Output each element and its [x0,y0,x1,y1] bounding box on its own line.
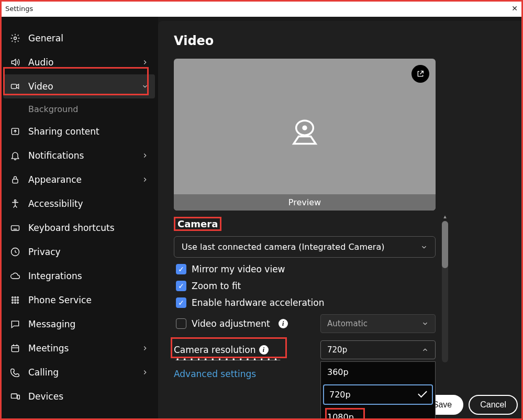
camera-resolution-label: Camera resolution i [174,345,269,355]
svg-point-11 [15,300,16,301]
lock-icon [9,174,21,185]
dialpad-icon [9,294,21,306]
sidebar-item-meetings[interactable]: Meetings [3,336,155,360]
sidebar-item-phone-service[interactable]: Phone Service [3,288,155,312]
sidebar-item-label: Video [28,81,53,92]
svg-rect-1 [12,84,17,89]
svg-rect-17 [12,394,17,398]
calendar-icon [9,342,21,354]
sidebar-item-messaging[interactable]: Messaging [3,312,155,336]
mirror-checkbox-row[interactable]: Mirror my video view [176,264,436,274]
chevron-up-icon [421,346,429,353]
camera-select-dropdown[interactable]: Use last connected camera (Integrated Ca… [174,236,436,258]
video-adjustment-value: Automatic [327,319,368,328]
svg-rect-5 [12,226,19,230]
sidebar-item-label: Meetings [28,343,69,353]
svg-point-20 [302,126,307,130]
popout-button[interactable] [411,65,429,83]
info-icon[interactable]: i [279,319,288,328]
sidebar-item-video[interactable]: Video [3,74,155,98]
sidebar-item-integrations[interactable]: Integrations [3,264,155,288]
sidebar-item-label: Audio [28,57,53,68]
speaker-icon [9,57,21,68]
selfview-row-cutoff: · · · · · · · · · · · · · · · · · i [176,354,281,366]
sidebar-item-audio[interactable]: Audio [3,50,155,74]
svg-point-0 [14,37,17,40]
close-icon[interactable]: ✕ [511,4,518,13]
camera-resolution-dropdown[interactable]: 720p [320,340,436,359]
camera-resolution-value: 720p [327,345,347,355]
checkbox-checked-icon[interactable] [176,297,186,308]
chat-icon [9,318,21,330]
sidebar-item-privacy[interactable]: Privacy [3,240,155,264]
sidebar-item-devices[interactable]: Devices [3,384,155,408]
settings-sidebar: General Audio Video Background Sharing c… [0,17,158,420]
sidebar-item-sharing-content[interactable]: Sharing content [3,119,155,143]
svg-point-9 [17,297,19,299]
zoom-checkbox-row[interactable]: Zoom to fit [176,281,436,291]
svg-point-4 [14,200,16,202]
titlebar: Settings ✕ [0,0,523,17]
video-preview: Preview [174,59,436,211]
cancel-button[interactable]: Cancel [469,395,518,415]
scroll-up-icon[interactable]: ▴ [442,214,448,220]
sidebar-item-accessibility[interactable]: Accessibility [3,192,155,216]
mirror-label: Mirror my video view [192,264,285,274]
privacy-icon [9,246,21,258]
sidebar-item-label: Accessibility [28,198,83,209]
camera-select-value: Use last connected camera (Integrated Ca… [182,242,384,252]
camera-section-label: Camera [174,217,221,231]
chevron-right-icon [141,345,149,352]
share-up-icon [9,126,21,137]
advanced-settings-link[interactable]: Advanced settings [174,369,256,379]
resolution-option-360p[interactable]: 360p [321,362,435,382]
chevron-down-icon [141,83,149,90]
footer-buttons: Save Cancel [421,395,518,415]
chevron-right-icon [141,59,149,66]
info-icon[interactable]: i [259,345,269,355]
devices-icon [9,391,21,402]
page-title: Video [174,34,507,48]
video-adjustment-checkbox-row[interactable]: Video adjustment i Automatic [176,314,436,333]
camera-resolution-popup: 360p 720p 1080p [320,361,436,420]
sidebar-item-general[interactable]: General [3,26,155,50]
bell-icon [9,150,21,161]
chevron-down-icon [420,244,428,251]
sidebar-item-keyboard-shortcuts[interactable]: Keyboard shortcuts [3,216,155,240]
resolution-option-1080p[interactable]: 1080p [321,407,435,420]
sidebar-item-label: Devices [28,391,63,402]
preview-label: Preview [174,194,436,211]
checkbox-checked-icon[interactable] [176,264,186,274]
video-adjustment-dropdown: Automatic [320,314,436,333]
svg-point-15 [17,302,19,304]
gear-icon [9,32,21,44]
svg-point-7 [12,297,14,299]
cloud-icon [9,270,21,282]
sidebar-item-label: Privacy [28,247,61,257]
sidebar-item-label: General [28,33,63,43]
video-camera-icon [9,81,21,92]
zoom-label: Zoom to fit [192,281,241,291]
chevron-right-icon [141,152,149,159]
popout-icon [416,70,425,78]
svg-rect-18 [17,395,19,400]
sidebar-item-label: Integrations [28,271,82,281]
svg-point-14 [15,302,16,304]
window-title: Settings [5,5,33,13]
checkbox-checked-icon[interactable] [176,281,186,291]
sidebar-item-label: Messaging [28,319,75,329]
sidebar-item-label: Phone Service [28,295,92,305]
chevron-down-icon [421,320,429,327]
resolution-option-720p[interactable]: 720p [323,384,433,405]
checkbox-unchecked-icon[interactable] [176,318,186,329]
sidebar-item-appearance[interactable]: Appearance [3,168,155,192]
hw-accel-checkbox-row[interactable]: Enable hardware acceleration [176,297,436,308]
sidebar-item-label: Calling [28,367,59,378]
sidebar-item-label: Sharing content [28,126,99,137]
sidebar-item-notifications[interactable]: Notifications [3,143,155,168]
sidebar-item-calling[interactable]: Calling [3,360,155,384]
scrollbar-thumb[interactable] [442,221,448,268]
chevron-right-icon [141,176,149,183]
svg-rect-3 [13,179,18,183]
sidebar-item-background[interactable]: Background [3,98,155,119]
